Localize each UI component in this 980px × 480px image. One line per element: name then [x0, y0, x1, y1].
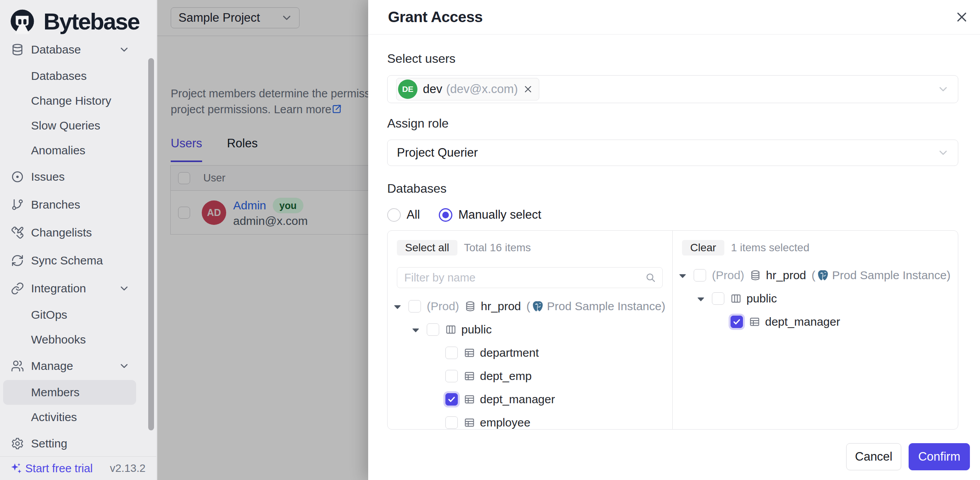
logo-wordmark: Bytebase	[43, 8, 139, 35]
sidebar-item-databases[interactable]: Databases	[3, 64, 136, 88]
sidebar-item-label: Sync Schema	[31, 254, 103, 267]
database-scope-radios: All Manually select	[387, 208, 958, 222]
sidebar-item-label: Issues	[31, 170, 65, 183]
sidebar-item-label: Changelists	[31, 226, 92, 239]
confirm-button[interactable]: Confirm	[909, 443, 970, 470]
user-chip: DE dev (dev@x.com)	[396, 78, 539, 100]
pencil-ruler-icon	[11, 226, 24, 239]
sidebar-item-label: Manage	[31, 359, 73, 373]
clear-button[interactable]: Clear	[682, 240, 724, 256]
sidebar-item-label: Branches	[31, 198, 80, 211]
sidebar-scrollbar[interactable]	[148, 58, 154, 430]
sidebar-item-change-history[interactable]: Change History	[3, 88, 136, 113]
select-users-input[interactable]: DE dev (dev@x.com)	[387, 75, 958, 103]
sidebar-item-integration[interactable]: Integration	[3, 275, 136, 302]
sidebar-item-members[interactable]: Members	[3, 380, 136, 405]
select-all-button[interactable]: Select all	[397, 240, 457, 256]
tree-row-database[interactable]: (Prod) hr_prod ( Prod Sample Instance )	[679, 264, 958, 287]
grant-access-drawer: Grant Access Select users DE dev (dev@x.…	[368, 0, 980, 480]
sidebar-item-label: Change History	[31, 94, 111, 107]
sidebar-item-setting[interactable]: Setting	[3, 430, 136, 458]
tree-row-schema[interactable]: public	[679, 287, 958, 310]
transfer-target-pane: Clear 1 items selected (Prod) hr_prod (	[673, 231, 958, 429]
radio-circle-checked	[439, 208, 452, 222]
sidebar-item-sync-schema[interactable]: Sync Schema	[3, 247, 136, 275]
tree-row-table[interactable]: dept_manager	[679, 310, 958, 333]
sidebar-item-label: Members	[31, 386, 80, 399]
sidebar-item-branches[interactable]: Branches	[3, 191, 136, 219]
postgresql-icon	[531, 300, 544, 313]
postgresql-icon	[816, 269, 829, 282]
table-icon	[464, 394, 475, 405]
tree-row-table[interactable]: dept_manager	[393, 388, 672, 411]
drawer-header: Grant Access	[368, 0, 980, 35]
sidebar: Bytebase Database Databases Change Histo…	[0, 0, 157, 480]
tree-row-table[interactable]: dept_emp	[393, 364, 672, 388]
sidebar-item-label: GitOps	[31, 308, 67, 321]
sparkles-icon	[9, 462, 23, 475]
link-icon	[11, 282, 24, 295]
drawer-body: Select users DE dev (dev@x.com) Assign r…	[387, 35, 958, 430]
drawer-footer: Cancel Confirm	[846, 443, 970, 470]
caret-down-icon[interactable]	[679, 273, 686, 278]
radio-manually-select[interactable]: Manually select	[439, 208, 541, 222]
tree-checkbox[interactable]	[445, 370, 458, 382]
close-icon[interactable]	[955, 10, 968, 24]
tree-row-database[interactable]: (Prod) hr_prod ( Prod Sample Instance )	[393, 295, 672, 318]
table-icon	[464, 417, 475, 428]
tree-checkbox[interactable]	[409, 300, 421, 313]
radio-all[interactable]: All	[387, 208, 420, 222]
caret-down-icon[interactable]	[393, 304, 401, 309]
sync-icon	[11, 254, 24, 267]
filter-by-name-input[interactable]	[397, 267, 663, 288]
sidebar-item-database[interactable]: Database	[3, 36, 136, 64]
schema-icon	[445, 324, 457, 335]
tree-checkbox[interactable]	[445, 416, 458, 429]
tree-row-schema[interactable]: public	[393, 318, 672, 341]
sidebar-item-label: Activities	[31, 411, 77, 424]
sidebar-item-label: Integration	[31, 282, 86, 295]
sidebar-item-anomalies[interactable]: Anomalies	[3, 138, 136, 163]
sidebar-item-activities[interactable]: Activities	[3, 405, 136, 430]
sidebar-nav: Database Databases Change History Slow Q…	[0, 36, 156, 458]
search-icon	[645, 272, 656, 283]
table-icon	[464, 370, 475, 382]
caret-down-icon[interactable]	[697, 296, 705, 301]
start-free-trial-button[interactable]: Start free trial	[9, 462, 93, 475]
tree-checkbox[interactable]	[445, 347, 458, 359]
chevron-down-icon	[937, 147, 949, 159]
sidebar-item-label: Anomalies	[31, 144, 85, 157]
sidebar-item-label: Database	[31, 43, 81, 56]
logo[interactable]: Bytebase	[0, 0, 156, 36]
tree-row-table[interactable]: department	[393, 341, 672, 364]
remove-chip-icon[interactable]	[523, 85, 533, 94]
tree-checkbox-checked[interactable]	[731, 316, 743, 328]
issue-icon	[11, 170, 24, 183]
database-transfer: Select all Total 16 items (Prod)	[387, 230, 958, 430]
chevron-down-icon	[118, 44, 130, 55]
bytebase-logo-icon	[7, 7, 37, 36]
sidebar-item-webhooks[interactable]: Webhooks	[3, 327, 136, 352]
chevron-down-icon	[937, 83, 949, 95]
tree-checkbox[interactable]	[427, 323, 439, 336]
sidebar-item-gitops[interactable]: GitOps	[3, 302, 136, 327]
tree-checkbox[interactable]	[712, 292, 724, 305]
tree-row-table[interactable]: employee	[393, 411, 672, 430]
cancel-button[interactable]: Cancel	[846, 443, 901, 470]
sidebar-item-label: Setting	[31, 437, 67, 450]
sidebar-item-changelists[interactable]: Changelists	[3, 219, 136, 247]
sidebar-item-manage[interactable]: Manage	[3, 352, 136, 380]
selected-items-label: 1 items selected	[731, 242, 809, 254]
tree-checkbox[interactable]	[694, 269, 706, 281]
assign-role-select[interactable]: Project Querier	[387, 140, 958, 166]
databases-label: Databases	[387, 182, 958, 195]
tree-checkbox-checked[interactable]	[445, 393, 458, 406]
app: Bytebase Database Databases Change Histo…	[0, 0, 980, 480]
transfer-source-pane: Select all Total 16 items (Prod)	[388, 231, 673, 429]
database-icon	[11, 43, 24, 56]
sidebar-item-slow-queries[interactable]: Slow Queries	[3, 113, 136, 138]
caret-down-icon[interactable]	[412, 327, 419, 332]
avatar: DE	[398, 79, 417, 99]
sidebar-footer: Start free trial v2.13.2	[0, 456, 156, 480]
sidebar-item-issues[interactable]: Issues	[3, 163, 136, 191]
